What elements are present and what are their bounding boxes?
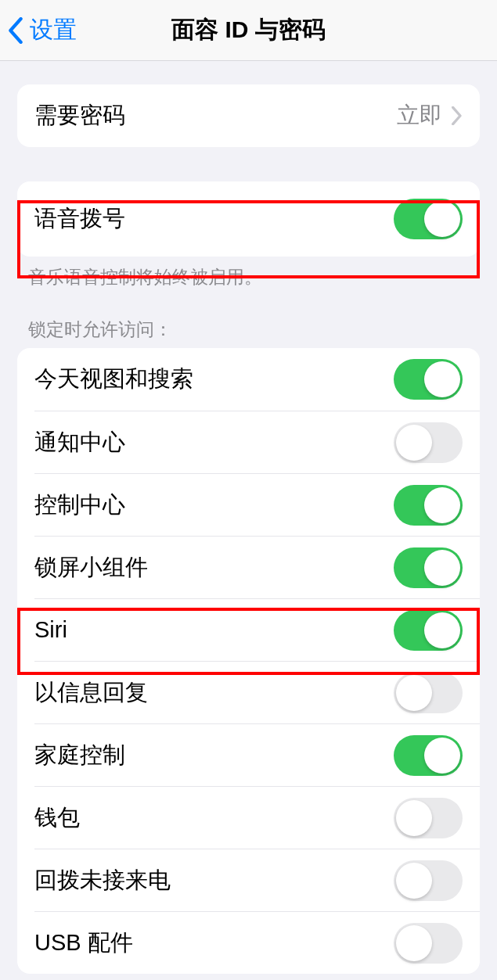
lock-access-toggle[interactable] bbox=[394, 547, 463, 588]
lock-access-toggle[interactable] bbox=[394, 735, 463, 776]
require-passcode-value: 立即 bbox=[397, 100, 463, 131]
row-lock-access: Siri bbox=[34, 598, 480, 661]
lock-access-label: 控制中心 bbox=[34, 490, 125, 521]
row-lock-access: 今天视图和搜索 bbox=[17, 348, 480, 411]
group-lock-access: 今天视图和搜索通知中心控制中心锁屏小组件Siri以信息回复家庭控制钱包回拨未接来… bbox=[17, 348, 480, 974]
lock-access-label: 以信息回复 bbox=[34, 677, 148, 709]
voice-dial-footer: 音乐语音控制将始终被启用。 bbox=[0, 257, 497, 289]
row-lock-access: 回拨未接来电 bbox=[34, 849, 480, 911]
row-lock-access: 锁屏小组件 bbox=[34, 536, 480, 598]
voice-dial-label: 语音拨号 bbox=[34, 203, 125, 235]
require-passcode-label: 需要密码 bbox=[34, 100, 125, 131]
lock-access-label: USB 配件 bbox=[34, 928, 133, 959]
navbar: 设置 面容 ID 与密码 bbox=[0, 0, 497, 61]
lock-access-label: 通知中心 bbox=[34, 427, 125, 458]
lock-access-toggle[interactable] bbox=[394, 485, 463, 526]
row-lock-access: 控制中心 bbox=[34, 473, 480, 536]
back-label: 设置 bbox=[30, 14, 77, 46]
row-lock-access: USB 配件 bbox=[34, 911, 480, 974]
lock-access-label: 锁屏小组件 bbox=[34, 552, 148, 583]
lock-access-header: 锁定时允许访问： bbox=[0, 289, 497, 348]
lock-access-footer: iPhone 锁定超过一小时后，需先解锁 iPhone 才能允许USB 配件连接… bbox=[0, 974, 497, 980]
voice-dial-toggle[interactable] bbox=[394, 199, 463, 239]
group-require-passcode: 需要密码 立即 bbox=[17, 84, 480, 147]
lock-access-label: 回拨未接来电 bbox=[34, 865, 171, 896]
lock-access-label: 钱包 bbox=[34, 802, 80, 834]
lock-access-toggle[interactable] bbox=[394, 860, 463, 901]
require-passcode-value-text: 立即 bbox=[397, 100, 442, 131]
chevron-right-icon bbox=[452, 106, 463, 125]
lock-access-label: 今天视图和搜索 bbox=[34, 364, 193, 395]
lock-access-label: 家庭控制 bbox=[34, 740, 125, 771]
row-lock-access: 通知中心 bbox=[34, 411, 480, 473]
lock-access-label: Siri bbox=[34, 617, 67, 643]
group-voice-dial: 语音拨号 bbox=[17, 181, 480, 257]
row-lock-access: 以信息回复 bbox=[34, 661, 480, 723]
content: 需要密码 立即 语音拨号 音乐语音控制将始终被启用。 锁定时允许访问： 今天视图… bbox=[0, 84, 497, 980]
row-require-passcode[interactable]: 需要密码 立即 bbox=[17, 84, 480, 147]
row-voice-dial: 语音拨号 bbox=[17, 181, 480, 257]
row-lock-access: 家庭控制 bbox=[34, 723, 480, 786]
back-button[interactable]: 设置 bbox=[8, 14, 77, 46]
lock-access-toggle[interactable] bbox=[394, 923, 463, 964]
lock-access-toggle[interactable] bbox=[394, 673, 463, 713]
lock-access-toggle[interactable] bbox=[394, 610, 463, 651]
lock-access-toggle[interactable] bbox=[394, 798, 463, 838]
row-lock-access: 钱包 bbox=[34, 786, 480, 849]
chevron-left-icon bbox=[8, 17, 23, 44]
lock-access-toggle[interactable] bbox=[394, 359, 463, 400]
lock-access-toggle[interactable] bbox=[394, 422, 463, 463]
